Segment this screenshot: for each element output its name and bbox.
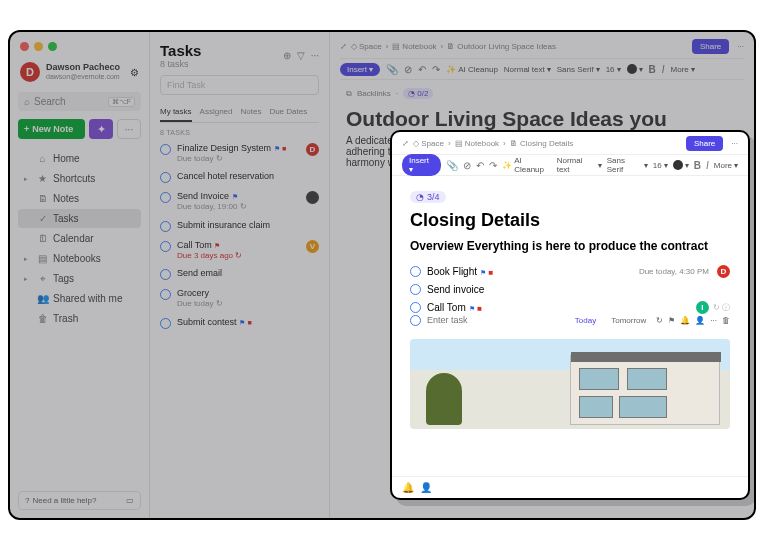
task-circle-icon[interactable]	[160, 269, 171, 280]
task-circle-icon[interactable]	[160, 192, 171, 203]
tab-notes[interactable]: Notes	[240, 103, 261, 122]
crumb-notebook[interactable]: ▤ Notebook	[455, 139, 499, 148]
nav-calendar[interactable]: 🗓Calendar	[18, 229, 141, 248]
redo-icon[interactable]: ↷	[489, 160, 497, 171]
assign-icon[interactable]: 👤	[695, 316, 705, 325]
attachment-icon[interactable]: 📎	[446, 160, 458, 171]
task-row[interactable]: GroceryDue today ↻	[160, 285, 319, 311]
undo-icon[interactable]: ↶	[418, 64, 426, 75]
nav-notebooks[interactable]: ▸▤Notebooks	[18, 249, 141, 268]
expand-icon[interactable]: ⤢	[402, 139, 409, 148]
nav-tags[interactable]: ▸⌖Tags	[18, 269, 141, 288]
color-select[interactable]: ▾	[673, 160, 689, 170]
ai-cleanup-button[interactable]: ✨ AI Cleanup	[446, 65, 498, 74]
nav-shared[interactable]: 👥Shared with me	[18, 289, 141, 308]
chip-tomorrow[interactable]: Tomorrow	[606, 314, 651, 327]
ai-cleanup-button[interactable]: ✨ AI Cleanup	[502, 156, 552, 174]
task-row[interactable]: Call Tom ⚑Due 3 days ago ↻V	[160, 237, 319, 263]
delete-icon[interactable]: 🗑	[722, 316, 730, 325]
insert-button[interactable]: Insert ▾	[340, 63, 380, 76]
task-circle-icon[interactable]	[160, 318, 171, 329]
crumb-note[interactable]: 🗎 Outdoor Living Space Ideas	[447, 42, 556, 51]
task-circle-icon[interactable]	[410, 302, 421, 313]
insert-button[interactable]: Insert ▾	[402, 154, 441, 176]
note-task-row[interactable]: Call Tom ⚑ ■ I ↻ ⓘ	[410, 301, 730, 314]
find-task-input[interactable]: Find Task	[160, 75, 319, 95]
note-task-row[interactable]: Book Flight ⚑ ■Due today, 4:30 PM D	[410, 265, 730, 278]
flag-icon[interactable]: ⚑	[668, 316, 675, 325]
text-style-select[interactable]: Normal text ▾	[557, 156, 602, 174]
size-select[interactable]: 16 ▾	[606, 65, 621, 74]
quick-action-button[interactable]: ✦	[89, 119, 113, 139]
text-style-select[interactable]: Normal text ▾	[504, 65, 551, 74]
filter-icon[interactable]: ▽	[297, 50, 305, 61]
more-icon[interactable]: ···	[311, 50, 319, 61]
share-button[interactable]: Share	[686, 136, 723, 151]
new-note-button[interactable]: +New Note	[18, 119, 85, 139]
task-row[interactable]: Send email	[160, 265, 319, 283]
search-input[interactable]: ⌕ Search ⌘⌥F	[18, 92, 141, 111]
undo-icon[interactable]: ↶	[476, 160, 484, 171]
note-title[interactable]: Outdoor Living Space Ideas you	[346, 107, 738, 131]
progress-pill[interactable]: ◔ 3/4	[410, 191, 446, 203]
attachment-icon[interactable]: 📎	[386, 64, 398, 75]
font-select[interactable]: Sans Serif ▾	[607, 156, 648, 174]
nav-tasks[interactable]: ✓Tasks	[18, 209, 141, 228]
bell-icon[interactable]: 🔔	[680, 316, 690, 325]
task-circle-icon[interactable]	[160, 241, 171, 252]
task-circle-icon[interactable]	[410, 284, 421, 295]
redo-icon[interactable]: ↷	[432, 64, 440, 75]
share-button[interactable]: Share	[692, 39, 729, 54]
nav-notes[interactable]: 🗎Notes	[18, 189, 141, 208]
crumb-note[interactable]: 🗎 Closing Details	[510, 139, 574, 148]
task-circle-icon[interactable]	[160, 289, 171, 300]
backlinks-row[interactable]: ⧉ Backlinks · ◔ 0/2	[346, 88, 738, 99]
task-icon[interactable]: ⊘	[463, 160, 471, 171]
task-circle-icon[interactable]	[160, 144, 171, 155]
tab-my-tasks[interactable]: My tasks	[160, 103, 192, 122]
font-select[interactable]: Sans Serif ▾	[557, 65, 600, 74]
task-circle-icon[interactable]	[160, 221, 171, 232]
repeat-icon[interactable]: ↻	[656, 316, 663, 325]
task-row[interactable]: Finalize Design System ⚑ ■Due today ↻D	[160, 140, 319, 166]
task-row[interactable]: Send Invoice ⚑Due today, 19:00 ↻	[160, 188, 319, 214]
task-row[interactable]: Cancel hotel reservation	[160, 168, 319, 186]
bold-button[interactable]: B	[694, 160, 701, 171]
gear-icon[interactable]: ⚙	[130, 67, 139, 78]
new-task-input[interactable]	[427, 315, 564, 325]
reminders-icon[interactable]: 👤	[420, 482, 432, 493]
size-select[interactable]: 16 ▾	[653, 161, 668, 170]
toolbar-more[interactable]: More ▾	[714, 161, 738, 170]
color-select[interactable]: ▾	[627, 64, 643, 74]
nav-home[interactable]: ⌂Home	[18, 149, 141, 168]
italic-button[interactable]: I	[706, 160, 709, 171]
italic-button[interactable]: I	[662, 64, 665, 75]
note-subtitle[interactable]: Overview Everything is here to produce t…	[410, 239, 730, 255]
nav-trash[interactable]: 🗑Trash	[18, 309, 141, 328]
nav-shortcuts[interactable]: ▸★Shortcuts	[18, 169, 141, 188]
chip-today[interactable]: Today	[570, 314, 601, 327]
add-task-icon[interactable]: ⊕	[283, 50, 291, 61]
task-icon[interactable]: ⊘	[404, 64, 412, 75]
new-more-button[interactable]: ···	[117, 119, 141, 139]
new-task-row[interactable]: Today Tomorrow ↻ ⚑ 🔔 👤 ··· 🗑	[410, 314, 730, 327]
note-task-row[interactable]: Send invoice	[410, 284, 730, 295]
notifications-icon[interactable]: 🔔	[402, 482, 414, 493]
note-more-icon[interactable]: ···	[737, 42, 744, 51]
crumb-notebook[interactable]: ▤ Notebook	[392, 42, 436, 51]
account-switcher[interactable]: D Dawson Pachecodawson@evernote.com ⚙	[18, 60, 141, 84]
note-more-icon[interactable]: ···	[731, 139, 738, 148]
crumb-space[interactable]: ◇ Space	[413, 139, 444, 148]
task-row[interactable]: Submit contest ⚑ ■	[160, 314, 319, 332]
toolbar-more[interactable]: More ▾	[671, 65, 695, 74]
task-row[interactable]: Submit insurance claim	[160, 217, 319, 235]
note-title[interactable]: Closing Details	[410, 210, 730, 231]
tab-assigned[interactable]: Assigned	[200, 103, 233, 122]
more-icon[interactable]: ···	[710, 316, 717, 325]
task-circle-icon[interactable]	[160, 172, 171, 183]
help-button[interactable]: ?Need a little help?▭	[18, 491, 141, 510]
crumb-space[interactable]: ◇ Space	[351, 42, 382, 51]
expand-icon[interactable]: ⤢	[340, 42, 347, 51]
bold-button[interactable]: B	[649, 64, 656, 75]
tab-due-dates[interactable]: Due Dates	[269, 103, 307, 122]
